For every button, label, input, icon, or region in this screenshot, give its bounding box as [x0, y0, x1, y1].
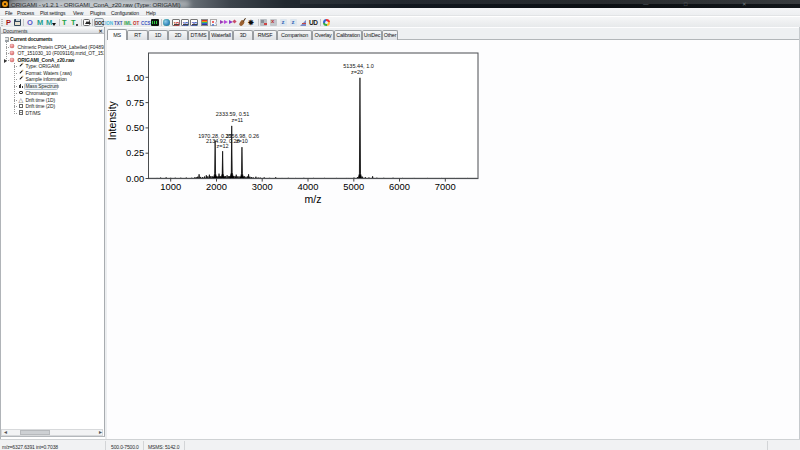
svg-text:5000: 5000 [343, 181, 364, 192]
svg-text:2000: 2000 [206, 181, 227, 192]
svg-text:0.50: 0.50 [126, 122, 144, 133]
svg-text:1000: 1000 [160, 181, 181, 192]
svg-text:4000: 4000 [298, 181, 319, 192]
svg-text:1.00: 1.00 [126, 72, 144, 83]
svg-text:Intensity: Intensity [106, 100, 118, 140]
svg-text:6000: 6000 [389, 181, 410, 192]
svg-text:0.25: 0.25 [126, 147, 144, 158]
svg-text:3000: 3000 [252, 181, 273, 192]
svg-text:5135.44, 1.0: 5135.44, 1.0 [343, 63, 374, 69]
svg-text:0.75: 0.75 [126, 97, 144, 108]
svg-text:z=10: z=10 [236, 138, 248, 144]
svg-text:m/z: m/z [305, 193, 322, 205]
svg-text:7000: 7000 [435, 181, 456, 192]
svg-text:z=12: z=12 [216, 143, 228, 149]
svg-text:z=20: z=20 [351, 69, 363, 75]
svg-text:0.00: 0.00 [126, 173, 144, 184]
svg-text:z=11: z=11 [231, 117, 243, 123]
